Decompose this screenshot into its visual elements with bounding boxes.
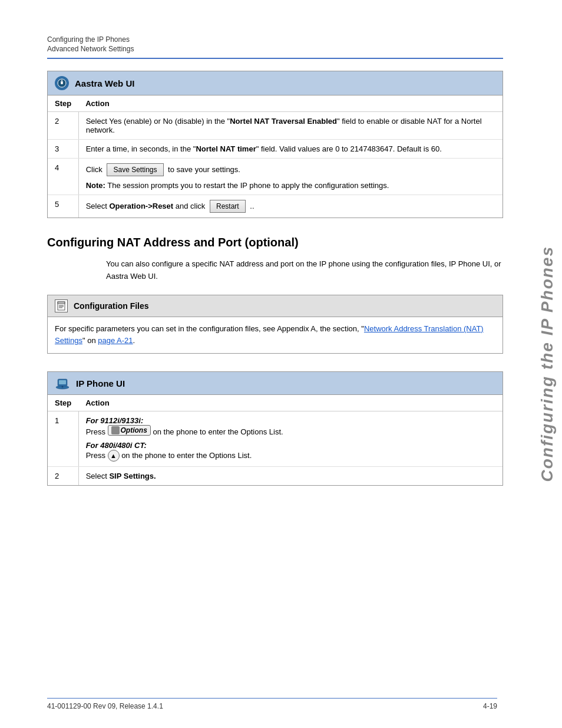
config-body-suffix: . [133,336,135,345]
config-body-prefix: For specific parameters you can set in t… [55,324,364,333]
step-action: Select SIP Settings. [78,467,503,486]
step-action: For 9112i/9133i: Press Options on the ph… [78,411,503,467]
ipphone-icon [55,377,70,390]
step-action: Select Yes (enable) or No (disable) in t… [78,112,503,140]
config-files-box: Configuration Files For specific paramet… [47,295,503,354]
options-icon [111,426,120,434]
vertical-text-container: Configuring the IP Phones [533,0,562,728]
config-files-icon [55,299,68,312]
step-num: 1 [48,411,78,467]
config-link-2[interactable]: page A-21 [98,336,133,345]
svg-point-10 [62,386,64,388]
header-line2: Advanced Network Settings [47,45,503,53]
note-label: Note: [86,181,105,190]
aastra-steps-table: Step Action 2 Select Yes (enable) or No … [48,95,503,218]
sip-settings-label: SIP Settings. [109,472,156,480]
table-row: 2 Select Yes (enable) or No (disable) in… [48,112,503,140]
bold-label: Nortel NAT Traversal Enabled [230,117,337,126]
restart-button[interactable]: Restart [210,200,246,213]
step-num: 2 [48,112,78,140]
page-header: Configuring the IP Phones Advanced Netwo… [47,35,503,59]
header-divider [47,58,503,59]
step-num: 2 [48,467,78,486]
config-files-title: Configuration Files [74,301,149,311]
col-step: Step [48,395,78,411]
table-row: 5 Select Operation->Reset and click Rest… [48,195,503,218]
step-num: 5 [48,195,78,218]
svg-rect-9 [59,380,66,384]
step-action: Click Save Settings to save your setting… [78,159,503,195]
options-label: Options [121,426,147,434]
config-body-middle: " on [82,336,98,345]
step-num: 4 [48,159,78,195]
config-files-header: Configuration Files [48,295,503,317]
aastra-title: Aastra Web UI [75,78,134,88]
step-action: Select Operation->Reset and click Restar… [78,195,503,218]
for-9112i-label: For 9112i/9133i: [86,416,144,425]
header-line1: Configuring the IP Phones [47,35,503,44]
arrow-button-indicator: ▲ [108,450,120,462]
footer-right: 4-19 [483,702,497,710]
col-action: Action [78,395,503,411]
table-row: 3 Enter a time, in seconds, in the "Nort… [48,140,503,159]
col-step: Step [48,95,78,112]
config-files-body: For specific parameters you can set in t… [48,317,503,354]
step-num: 3 [48,140,78,159]
footer-left: 41-001129-00 Rev 09, Release 1.4.1 [47,702,163,710]
col-action: Action [78,95,503,112]
svg-rect-3 [58,302,65,304]
ipphone-header: IP Phone UI [48,372,503,395]
bold-label: Nortel NAT timer [196,144,256,153]
step-action: Enter a time, in seconds, in the "Nortel… [78,140,503,159]
aastra-web-ui-box: Aastra Web UI Step Action 2 Select Yes (… [47,71,503,218]
table-row: 2 Select SIP Settings. [48,467,503,486]
save-settings-button[interactable]: Save Settings [107,163,163,176]
table-row: 1 For 9112i/9133i: Press Options on the … [48,411,503,467]
sidebar-vertical-text: Configuring the IP Phones [538,246,557,482]
nat-intro-text: You can also configure a specific NAT ad… [106,258,503,283]
svg-point-1 [61,82,63,84]
ipphone-title: IP Phone UI [76,378,125,388]
ipphone-steps-table: Step Action 1 For 9112i/9133i: Press Opt… [48,395,503,485]
operation-reset-label: Operation->Reset [109,202,173,210]
page-footer: 41-001129-00 Rev 09, Release 1.4.1 4-19 [47,698,497,710]
right-sidebar: Configuring the IP Phones [533,0,562,728]
table-row: 4 Click Save Settings to save your setti… [48,159,503,195]
options-button-indicator: Options [108,425,151,436]
nat-section-heading: Configuring NAT Address and Port (option… [47,236,503,249]
aastra-icon [55,76,69,90]
for-480i-label: For 480i/480i CT: [86,441,147,450]
aastra-web-ui-header: Aastra Web UI [48,71,503,95]
ipphone-ui-box: IP Phone UI Step Action 1 For 9112i/9133… [47,371,503,486]
